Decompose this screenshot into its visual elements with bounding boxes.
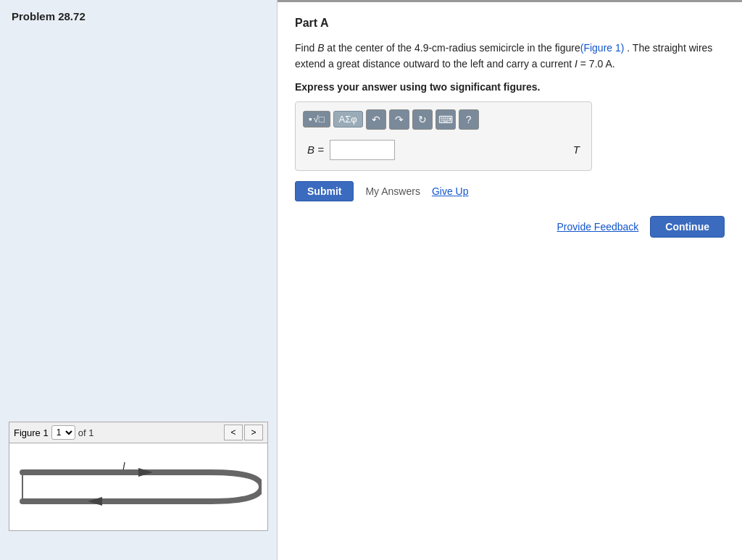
template-icon: ▪ xyxy=(309,114,312,125)
svg-marker-1 xyxy=(138,468,153,477)
math-toolbar: ▪ √□ ΑΣφ ↶ ↷ ↻ ⌨ ? xyxy=(303,109,584,130)
bottom-row: Provide Feedback Continue xyxy=(295,216,725,238)
main-content: Part A Find B at the center of the 4.9-c… xyxy=(278,0,742,560)
figure-of: of 1 xyxy=(78,427,94,438)
problem-text: Find B at the center of the 4.9-cm-radiu… xyxy=(295,40,725,72)
submit-button[interactable]: Submit xyxy=(295,181,354,201)
math-label: B = xyxy=(307,143,324,156)
figure-label: Figure 1 xyxy=(14,427,49,438)
figure-nav: < > xyxy=(224,425,263,440)
provide-feedback-link[interactable]: Provide Feedback xyxy=(557,221,639,233)
math-editor: ▪ √□ ΑΣφ ↶ ↷ ↻ ⌨ ? B = T xyxy=(295,101,592,171)
keyboard-button[interactable]: ⌨ xyxy=(435,109,456,130)
math-input-row: B = T xyxy=(303,137,584,163)
my-answers-link[interactable]: My Answers xyxy=(365,185,420,197)
svg-text:I: I xyxy=(122,460,125,472)
unit-T: T xyxy=(573,143,580,156)
action-row: Submit My Answers Give Up xyxy=(295,181,725,201)
redo-button[interactable]: ↷ xyxy=(389,109,409,130)
express-label: Express your answer using two significan… xyxy=(295,81,725,93)
give-up-link[interactable]: Give Up xyxy=(432,185,469,197)
figure-image: I xyxy=(9,443,267,530)
figure-link[interactable]: (Figure 1) xyxy=(580,42,625,54)
continue-button[interactable]: Continue xyxy=(650,216,725,238)
part-title: Part A xyxy=(295,17,725,30)
svg-marker-4 xyxy=(88,497,102,506)
problem-title: Problem 28.72 xyxy=(0,0,277,30)
undo-button[interactable]: ↶ xyxy=(366,109,386,130)
figure-prev-button[interactable]: < xyxy=(224,425,243,440)
symbol-button[interactable]: ΑΣφ xyxy=(333,111,363,128)
figure-panel: Figure 1 1 of 1 < > I xyxy=(9,422,268,531)
figure-next-button[interactable]: > xyxy=(244,425,263,440)
figure-svg: I xyxy=(15,451,262,523)
sidebar: Problem 28.72 Figure 1 1 of 1 < > I xyxy=(0,0,278,560)
B-variable: B xyxy=(317,42,324,54)
figure-select[interactable]: 1 xyxy=(51,425,75,440)
sqrt-icon: √□ xyxy=(314,114,325,125)
I-variable: I xyxy=(575,58,578,70)
answer-input[interactable] xyxy=(330,140,395,160)
template-button[interactable]: ▪ √□ xyxy=(303,111,330,128)
refresh-button[interactable]: ↻ xyxy=(412,109,433,130)
help-button[interactable]: ? xyxy=(459,109,479,130)
figure-header: Figure 1 1 of 1 < > xyxy=(9,422,267,443)
